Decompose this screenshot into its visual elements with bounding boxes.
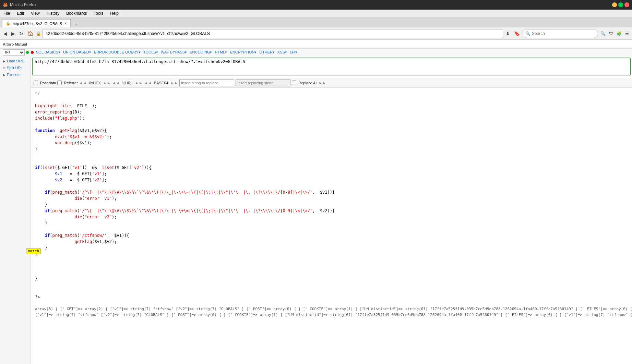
xss-btn[interactable]: XSS▾: [276, 50, 288, 55]
red-dot: [31, 51, 34, 54]
url-textarea[interactable]: http://427dbdd2-03dd-4fe3-b2f5-817429045…: [32, 58, 631, 75]
waf-bypass-btn[interactable]: WAF BYPASS▾: [160, 50, 188, 55]
home-button[interactable]: 🏠: [26, 30, 35, 37]
menu-view[interactable]: View: [29, 10, 41, 16]
zoom-button[interactable]: 🔍: [599, 31, 607, 37]
sql-basics-btn[interactable]: SQL BASICS▾: [35, 50, 61, 55]
maximize-button[interactable]: [618, 2, 623, 7]
search-input[interactable]: [523, 29, 598, 38]
base64-button[interactable]: BASE64: [153, 81, 169, 85]
menu-file[interactable]: File: [2, 10, 11, 16]
title-bar-text: Mozilla Firefox: [10, 2, 36, 7]
close-button[interactable]: [624, 2, 629, 7]
refresh-button[interactable]: ↻: [18, 30, 25, 37]
load-url-item[interactable]: ▶ Load URL: [0, 58, 31, 64]
code-line11: $v1 = $_GET['v1'];: [35, 171, 628, 177]
encoding-btn[interactable]: ENCODING▾: [189, 50, 213, 55]
insert-string-input[interactable]: [179, 80, 234, 86]
code-line3: include("flag.php");: [35, 115, 628, 121]
insert-replacing-input[interactable]: [236, 80, 290, 86]
search-container: 🔍: [523, 29, 598, 38]
bookmark-button[interactable]: 🔖: [513, 30, 521, 37]
menu-help[interactable]: Help: [109, 10, 120, 16]
error-double-btn[interactable]: ERROR/DOUBLE QUERY▾: [93, 50, 142, 55]
code-line15: die("error v1");: [35, 195, 628, 202]
firefox-icon: 🦊: [3, 2, 8, 7]
code-line14: if(preg_match('/^\[ |\^\!\@\#\\\$\%\`\^\…: [35, 189, 628, 195]
menu-bar: File Edit View History Bookmarks Tools H…: [0, 10, 632, 17]
replace-all-checkbox[interactable]: [292, 81, 296, 85]
minimize-button[interactable]: [612, 2, 617, 7]
shield-button[interactable]: 🛡: [608, 31, 614, 37]
code-line19: }: [35, 220, 628, 226]
union-based-btn[interactable]: UNION BASED▾: [62, 50, 92, 55]
code-close-php: ?>: [35, 294, 628, 300]
match-badge: match: [31, 248, 41, 255]
referrer-checkbox[interactable]: [57, 81, 62, 85]
code-line10: if(isset($_GET['v1']) && isset($_GET['v2…: [35, 165, 628, 171]
nav-icons: 🔍 🛡 🧩 ☰: [599, 31, 630, 37]
url-input-section: http://427dbdd2-03dd-4fe3-b2f5-817429045…: [31, 56, 632, 78]
content-area: http://427dbdd2-03dd-4fe3-b2f5-817429045…: [31, 56, 632, 364]
security-icon: 🔒: [36, 31, 41, 36]
url-encode-label: %URL: [122, 81, 133, 85]
addon-button[interactable]: 🧩: [616, 31, 623, 37]
active-tab[interactable]: 🔒 http://427db...&v2=GLOBALS ✕: [2, 19, 71, 27]
code-line2: error_reporting(0);: [35, 109, 628, 115]
code-array-output1: array(8) { ["_GET"]=> array(2) { ["v1"]=…: [35, 306, 628, 312]
execute-item[interactable]: ▶ Execute: [0, 71, 31, 78]
load-url-label: Load URL: [7, 59, 24, 63]
other-btn[interactable]: OTHER▾: [258, 50, 276, 55]
addon-logo: Altoro Mutual: [3, 42, 27, 46]
replace-arrow-right: ►►: [319, 81, 326, 85]
addon-bar: Altoro Mutual: [0, 40, 632, 49]
new-tab-button[interactable]: +: [72, 21, 80, 27]
code-line8: }: [35, 146, 628, 152]
menu-edit[interactable]: Edit: [15, 10, 25, 16]
search-icon: 🔍: [525, 31, 530, 36]
split-url-item[interactable]: ✂ Split URL: [0, 64, 31, 71]
url-input[interactable]: [43, 29, 503, 38]
url-arrow-right: ►►: [135, 81, 143, 85]
base64-arrow-right: ►►: [170, 81, 178, 85]
url-encode-button[interactable]: %URL: [121, 81, 134, 85]
hex-arrow-right: ►►: [103, 81, 111, 85]
tab-bar: 🔒 http://427db...&v2=GLOBALS ✕ +: [0, 17, 632, 27]
nav-bar: ◀ ▶ ↻ 🏠 🔒 ⬇ 🔖 🔍 🔍 🛡 🧩 ☰: [0, 27, 632, 40]
tools-btn[interactable]: TOOLS▾: [142, 50, 159, 55]
code-area: */ highlight_file(__FILE__); error_repor…: [31, 88, 632, 364]
menu-history[interactable]: History: [45, 10, 61, 16]
code-line23: }: [35, 245, 628, 251]
replace-all-button[interactable]: Replace All: [298, 81, 317, 85]
post-data-checkbox[interactable]: [34, 81, 38, 85]
title-bar: 🦊 Mozilla Firefox: [0, 0, 632, 10]
html-btn[interactable]: HTML▾: [214, 50, 228, 55]
replace-all-label: Replace All: [298, 81, 317, 85]
sidebar: ▶ Load URL ✂ Split URL ▶ Execute: [0, 56, 31, 364]
menu-tools[interactable]: Tools: [92, 10, 105, 16]
code-line21: if(preg_match('/ctfshow/', $v1)){: [35, 232, 628, 239]
encode-toolbar: Post data Referrer ◄◄ 0xHEX ►► ◄◄ %URL ►…: [31, 78, 632, 88]
url-arrow-left: ◄◄: [112, 81, 120, 85]
hex-label: 0xHEX: [89, 81, 101, 85]
code-line5: function getFlag(&$v1,&$v2){: [35, 128, 628, 134]
encryption-btn[interactable]: ENCRYPTION▾: [229, 50, 258, 55]
hex-button[interactable]: 0xHEX: [88, 81, 102, 85]
code-line16: }: [35, 202, 628, 208]
menu-button[interactable]: ☰: [624, 31, 630, 37]
code-line-brace1: }: [35, 276, 628, 282]
lfi-btn[interactable]: LFI▾: [289, 50, 298, 55]
tab-favicon: 🔒: [6, 21, 11, 26]
code-line22: getFlag($v1,$v2);: [35, 239, 628, 245]
load-url-icon: ▶: [3, 59, 5, 63]
menu-bookmarks[interactable]: Bookmarks: [65, 10, 88, 16]
back-button[interactable]: ◀: [2, 30, 9, 37]
int-select[interactable]: INT STRING: [3, 49, 25, 56]
code-line6: eval("$$v1 = &$$v2;");: [35, 134, 628, 140]
main-area: ▶ Load URL ✂ Split URL ▶ Execute http://…: [0, 56, 632, 364]
tab-close-button[interactable]: ✕: [64, 22, 67, 25]
split-url-label: Split URL: [7, 66, 23, 70]
code-line24: }: [35, 251, 628, 257]
forward-button[interactable]: ▶: [10, 30, 16, 37]
download-button[interactable]: ⬇: [504, 30, 511, 37]
